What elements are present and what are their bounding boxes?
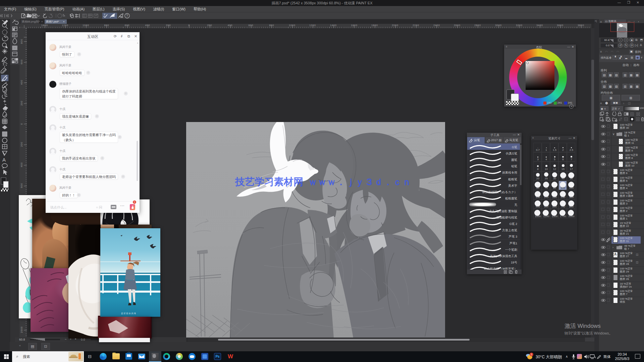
svg-text:ｗｗｗ．ｊｙ３ｄ．ｃｎ: ｗｗｗ．ｊｙ３ｄ．ｃｎ <box>308 177 412 187</box>
svg-text:?: ? <box>126 14 128 18</box>
svg-text:技艺学习素材网: 技艺学习素材网 <box>235 176 303 187</box>
svg-text:是 好 想 你 的 海: 是 好 想 你 的 海 <box>121 312 136 315</box>
svg-text:A: A <box>2 157 6 163</box>
